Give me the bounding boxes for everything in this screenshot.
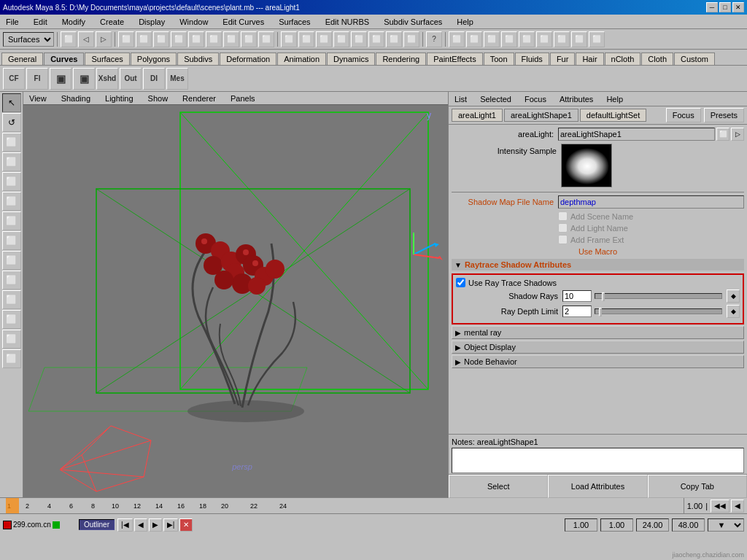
playback-speed-select[interactable]: ▼ [708,518,744,532]
playback-prev-btn[interactable]: ◀ [134,518,147,532]
tb-icon-29[interactable]: ⬜ [571,31,587,47]
tool-12[interactable]: ⬜ [2,310,21,329]
add-frame-checkbox[interactable] [558,235,568,244]
menu-file[interactable]: File [3,16,22,28]
shelf-mes[interactable]: Mes [166,68,188,90]
tb-icon-24[interactable]: ⬜ [484,31,500,47]
tb-icon-20[interactable]: ⬜ [403,31,419,47]
shelf-fi[interactable]: FI [26,68,48,90]
tab-ncloth[interactable]: nCloth [605,52,641,65]
tb-icon-2[interactable]: ◁ [78,31,94,47]
vp-menu-lighting[interactable]: Lighting [102,93,136,104]
tb-icon-22[interactable]: ⬜ [449,31,465,47]
shelf-out[interactable]: Out [120,68,142,90]
tool-6[interactable]: ⬜ [2,192,21,211]
object-display-section[interactable]: ▶ Object Display [452,341,744,354]
add-scene-checkbox[interactable] [558,211,568,221]
menu-edit-nurbs[interactable]: Edit NURBS [322,16,373,28]
shadow-rays-input[interactable] [562,290,592,302]
ray-depth-track[interactable] [595,308,722,314]
arealight-input[interactable] [558,128,715,141]
tb-icon-12[interactable]: ⬜ [258,31,274,47]
tb-icon-23[interactable]: ⬜ [466,31,482,47]
tab-subdivs[interactable]: Subdivs [177,52,219,65]
tab-animation[interactable]: Animation [277,52,326,65]
shelf-icon1[interactable]: ▣ [50,68,71,90]
timeline-back-btn[interactable]: ◀ [731,499,744,513]
tb-icon-27[interactable]: ⬜ [536,31,552,47]
vp-menu-show[interactable]: Show [145,93,171,104]
maximize-button[interactable]: □ [719,2,731,12]
add-light-checkbox[interactable] [558,223,568,233]
tab-cloth[interactable]: Cloth [641,52,673,65]
tool-8[interactable]: ⬜ [2,231,21,250]
ae-menu-selected[interactable]: Selected [477,93,514,105]
shelf-xshd[interactable]: Xshd [96,68,118,90]
tb-icon-4[interactable]: ⬜ [118,31,134,47]
menu-edit-curves[interactable]: Edit Curves [220,16,267,28]
shadow-rays-track[interactable] [595,293,722,299]
menu-modify[interactable]: Modify [59,16,88,28]
close-button[interactable]: ✕ [732,2,744,12]
shadow-rays-btn[interactable]: ◆ [727,289,740,303]
tool-4[interactable]: ⬜ [2,152,21,171]
raytrace-section-header[interactable]: ▼ Raytrace Shadow Attributes [452,259,744,271]
tb-icon-26[interactable]: ⬜ [519,31,535,47]
menu-subdiv[interactable]: Subdiv Surfaces [381,16,445,28]
shadow-rays-thumb[interactable] [602,292,605,301]
arealight-btn2[interactable]: ▷ [731,128,744,141]
use-raytrace-checkbox[interactable] [456,278,465,287]
tab-painteffects[interactable]: PaintEffects [427,52,483,65]
mental-ray-section[interactable]: ▶ mental ray [452,326,744,339]
tab-rendering[interactable]: Rendering [376,52,426,65]
tool-9[interactable]: ⬜ [2,251,21,270]
vp-menu-panels[interactable]: Panels [228,93,258,104]
tb-icon-13[interactable]: ⬜ [281,31,297,47]
ae-menu-focus[interactable]: Focus [522,93,549,105]
frame-end-input[interactable] [636,518,669,532]
menu-surfaces[interactable]: Surfaces [276,16,313,28]
node-behavior-section[interactable]: ▶ Node Behavior [452,355,744,368]
ae-tab-arealight1[interactable]: areaLight1 [452,109,503,122]
tb-icon-1[interactable]: ⬜ [61,31,77,47]
tb-icon-11[interactable]: ⬜ [241,31,257,47]
tb-icon-5[interactable]: ⬜ [136,31,152,47]
tool-rotate[interactable]: ↺ [2,113,21,132]
timeline-prev-btn[interactable]: ◀◀ [711,499,729,513]
tool-7[interactable]: ⬜ [2,211,21,230]
tb-icon-8[interactable]: ⬜ [188,31,204,47]
shelf-icon2[interactable]: ▣ [73,68,95,90]
menu-help[interactable]: Help [454,16,476,28]
tb-icon-9[interactable]: ⬜ [206,31,222,47]
ae-presets-button[interactable]: Presets [704,108,744,122]
ae-menu-list[interactable]: List [452,93,470,105]
ae-focus-button[interactable]: Focus [666,108,701,122]
tb-icon-16[interactable]: ⬜ [333,31,349,47]
playback-next-btn[interactable]: ▶| [163,518,179,532]
tb-icon-25[interactable]: ⬜ [501,31,517,47]
minimize-button[interactable]: ─ [706,2,718,12]
tab-general[interactable]: General [1,52,43,65]
tab-curves[interactable]: Curves [44,52,84,65]
ray-depth-input[interactable] [562,306,592,317]
tool-14[interactable]: ⬜ [2,349,21,368]
tb-icon-17[interactable]: ⬜ [351,31,367,47]
tb-icon-6[interactable]: ⬜ [153,31,169,47]
frame-total-input[interactable] [672,518,705,532]
tb-icon-28[interactable]: ⬜ [554,31,570,47]
playback-close-btn[interactable]: ✕ [179,518,193,532]
ray-depth-thumb[interactable] [599,308,602,316]
tb-icon-18[interactable]: ⬜ [368,31,384,47]
shelf-cf[interactable]: CF [3,68,25,90]
ray-depth-btn[interactable]: ◆ [727,305,740,318]
tab-hair[interactable]: Hair [576,52,603,65]
ae-content[interactable]: areaLight: ⬜ ▷ Intensity Sample [449,125,747,434]
vp-menu-view[interactable]: View [26,93,50,104]
tb-icon-21[interactable]: ? [426,31,442,47]
tab-custom[interactable]: Custom [674,52,715,65]
vp-menu-renderer[interactable]: Renderer [179,93,219,104]
shadow-map-input[interactable] [558,195,744,209]
load-attributes-button[interactable]: Load Attributes [548,475,647,498]
tb-icon-7[interactable]: ⬜ [171,31,187,47]
tool-5[interactable]: ⬜ [2,172,21,191]
